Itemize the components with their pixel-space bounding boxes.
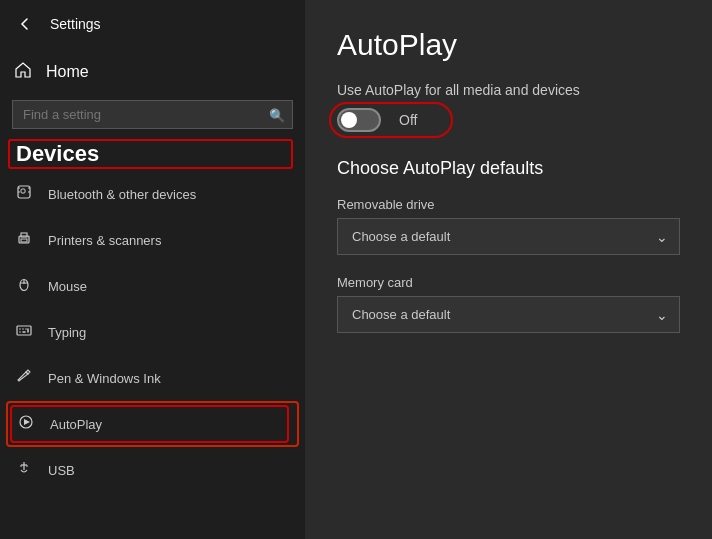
autoplay-toggle[interactable] [337,108,381,132]
section-title: Choose AutoPlay defaults [337,158,680,179]
mouse-icon [14,276,34,296]
search-icon: 🔍 [269,107,285,122]
printer-icon [14,230,34,250]
sidebar-item-pen[interactable]: Pen & Windows Ink [0,355,305,401]
page-title: AutoPlay [337,28,680,62]
memory-card-dropdown-wrapper: Choose a default ⌄ [337,296,680,333]
removable-drive-label: Removable drive [337,197,680,212]
search-input[interactable] [12,100,293,129]
toggle-row: Off [337,108,680,132]
toggle-description: Use AutoPlay for all media and devices [337,82,680,98]
sidebar-item-mouse-label: Mouse [48,279,87,294]
usb-icon [14,460,34,480]
sidebar-item-bluetooth-label: Bluetooth & other devices [48,187,196,202]
home-item[interactable]: Home [0,48,305,96]
pen-icon [14,368,34,388]
devices-label: Devices [10,139,105,168]
sidebar-item-printers-label: Printers & scanners [48,233,161,248]
memory-card-label: Memory card [337,275,680,290]
sidebar: Settings Home 🔍 Devices Blu [0,0,305,539]
bluetooth-icon [14,184,34,204]
sidebar-item-usb-label: USB [48,463,75,478]
toggle-track [337,108,381,132]
removable-drive-select[interactable]: Choose a default [337,218,680,255]
removable-drive-dropdown-wrapper: Choose a default ⌄ [337,218,680,255]
toggle-label: Off [399,112,417,128]
sidebar-item-autoplay[interactable]: AutoPlay [6,401,299,447]
home-icon [14,61,32,84]
svg-rect-1 [21,189,25,193]
sidebar-item-typing[interactable]: Typing [0,309,305,355]
svg-marker-20 [24,419,30,425]
svg-rect-12 [17,326,31,335]
back-button[interactable] [14,13,36,35]
settings-title: Settings [50,16,101,32]
memory-card-select[interactable]: Choose a default [337,296,680,333]
home-label: Home [46,63,89,81]
sidebar-item-usb[interactable]: USB [0,447,305,493]
toggle-thumb [341,112,357,128]
autoplay-toggle-wrapper: Off [337,108,417,132]
svg-rect-8 [21,239,27,242]
header-bar: Settings [0,0,305,48]
autoplay-icon [16,414,36,434]
sidebar-item-printers[interactable]: Printers & scanners [0,217,305,263]
devices-section-label: Devices [10,141,291,167]
sidebar-item-bluetooth[interactable]: Bluetooth & other devices [0,171,305,217]
sidebar-item-mouse[interactable]: Mouse [0,263,305,309]
main-content: AutoPlay Use AutoPlay for all media and … [305,0,712,539]
typing-icon [14,322,34,342]
search-box: 🔍 [12,100,293,129]
sidebar-item-autoplay-label: AutoPlay [50,417,102,432]
sidebar-item-pen-label: Pen & Windows Ink [48,371,161,386]
sidebar-item-typing-label: Typing [48,325,86,340]
